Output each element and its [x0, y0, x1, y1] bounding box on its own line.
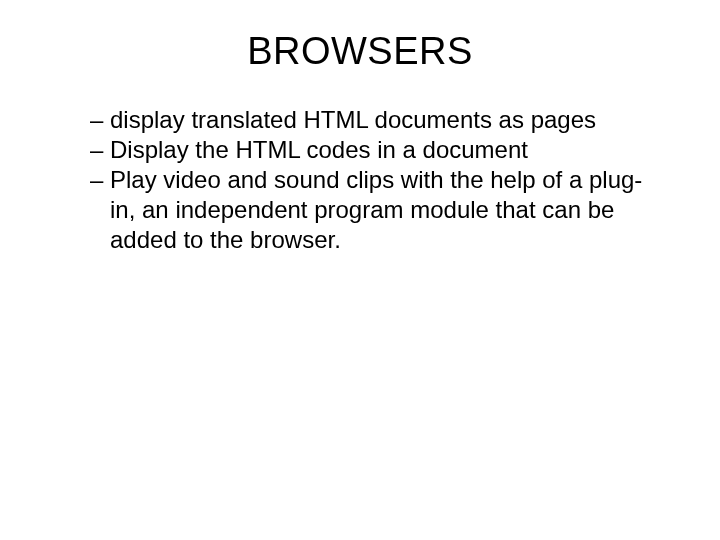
list-item: Display the HTML codes in a document	[90, 135, 660, 165]
list-item: Play video and sound clips with the help…	[90, 165, 660, 255]
bullet-list: display translated HTML documents as pag…	[60, 105, 660, 255]
slide: BROWSERS display translated HTML documen…	[0, 0, 720, 540]
list-item: display translated HTML documents as pag…	[90, 105, 660, 135]
slide-title: BROWSERS	[60, 30, 660, 73]
